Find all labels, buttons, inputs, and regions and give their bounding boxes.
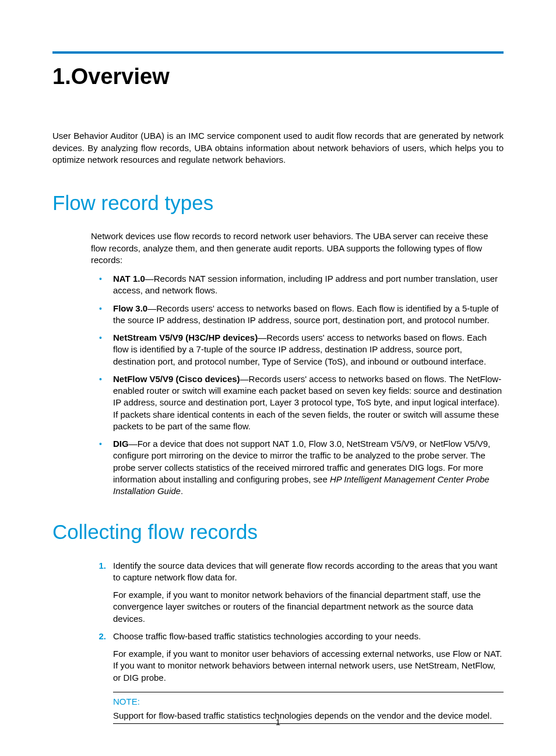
desc: —Records NAT session information, includ… <box>113 274 498 295</box>
step-number: 1. <box>91 560 106 572</box>
term: NetStream V5/V9 (H3C/HP devices) <box>113 332 258 342</box>
list-item: NetStream V5/V9 (H3C/HP devices)—Records… <box>91 332 504 368</box>
step-example: For example, if you want to monitor user… <box>113 648 504 684</box>
intro-paragraph: User Behavior Auditor (UBA) is an IMC se… <box>52 130 504 166</box>
term: DIG <box>113 439 129 449</box>
list-item: Flow 3.0—Records users' access to networ… <box>91 303 504 327</box>
term: NetFlow V5/V9 (Cisco devices) <box>113 374 240 384</box>
section-collecting-flow-records-title: Collecting flow records <box>52 518 504 545</box>
collecting-steps: 1. Identify the source data devices that… <box>91 560 504 684</box>
section-flow-record-types-title: Flow record types <box>52 189 504 216</box>
list-item: NAT 1.0—Records NAT session information,… <box>91 273 504 297</box>
section1-lead: Network devices use flow records to reco… <box>91 230 504 266</box>
list-item: 2. Choose traffic flow-based traffic sta… <box>91 631 504 684</box>
chapter-title: 1.Overview <box>52 62 504 92</box>
step-example: For example, if you want to monitor netw… <box>113 589 504 625</box>
flow-record-types-list: NAT 1.0—Records NAT session information,… <box>91 273 504 497</box>
step-number: 2. <box>91 631 106 642</box>
desc-post: . <box>181 486 183 496</box>
chapter-rule <box>52 51 504 54</box>
page-number: 1 <box>0 716 556 728</box>
step-text: Choose traffic flow-based traffic statis… <box>113 631 504 642</box>
desc: —Records users' access to networks based… <box>113 303 499 325</box>
list-item: NetFlow V5/V9 (Cisco devices)—Records us… <box>91 373 504 432</box>
note-label: NOTE: <box>113 696 504 708</box>
term: Flow 3.0 <box>113 303 147 313</box>
term: NAT 1.0 <box>113 274 145 284</box>
step-text: Identify the source data devices that wi… <box>113 560 504 584</box>
list-item: DIG—For a device that does not support N… <box>91 438 504 497</box>
list-item: 1. Identify the source data devices that… <box>91 560 504 625</box>
